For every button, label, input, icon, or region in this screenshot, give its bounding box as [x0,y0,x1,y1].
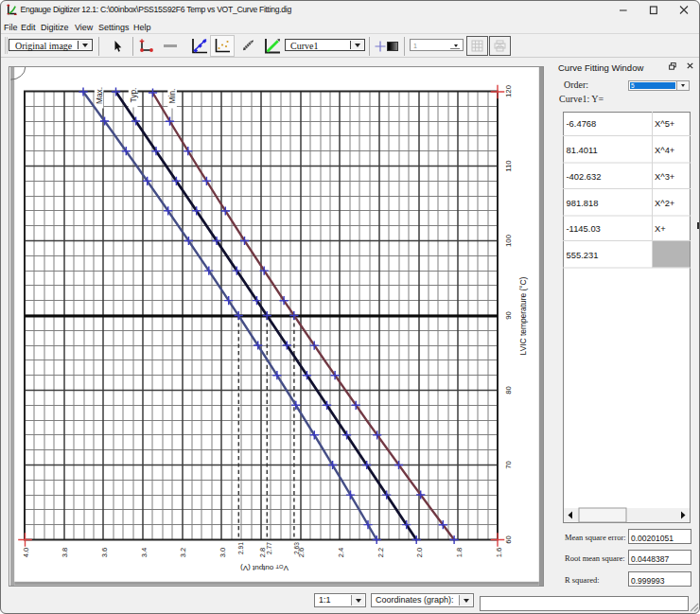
svg-text:81.4011: 81.4011 [567,145,598,155]
svg-text:X^4+: X^4+ [655,145,675,155]
svg-text:-6.4768: -6.4768 [567,118,597,129]
svg-text:70: 70 [504,461,513,469]
svg-text:4.0: 4.0 [21,548,29,558]
svg-text:2.0: 2.0 [415,548,424,558]
svg-text:Typ.: Typ. [128,88,137,103]
svg-text:60: 60 [504,535,513,544]
svg-text:555.231: 555.231 [567,250,599,260]
svg-text:100: 100 [504,234,513,247]
svg-text:-1145.03: -1145.03 [567,223,601,234]
svg-text:80: 80 [504,386,513,395]
svg-text:X^3+: X^3+ [655,171,675,182]
svg-text:X^2+: X^2+ [655,198,675,208]
svg-text:LVIC temperature (°C): LVIC temperature (°C) [518,276,528,355]
svg-text:Min.: Min. [167,89,177,104]
svg-text:3.6: 3.6 [100,548,109,558]
svg-text:2.77: 2.77 [266,542,272,554]
svg-text:-402.632: -402.632 [567,171,602,182]
svg-text:981.818: 981.818 [567,198,599,208]
svg-text:90: 90 [504,311,513,320]
svg-text:X+: X+ [655,223,666,234]
svg-text:3.4: 3.4 [139,548,148,558]
svg-text:2.91: 2.91 [236,542,243,554]
svg-text:3.8: 3.8 [61,548,69,558]
svg-text:2.63: 2.63 [292,542,299,554]
svg-text:Max.: Max. [94,87,103,104]
svg-text:3.0: 3.0 [219,548,227,558]
svg-text:2.2: 2.2 [376,548,384,558]
svg-text:110: 110 [504,160,513,172]
svg-text:X^5+: X^5+ [655,118,675,129]
svg-text:3.2: 3.2 [179,548,187,558]
svg-text:120: 120 [504,84,513,97]
svg-text:2.4: 2.4 [337,548,345,558]
svg-text:1.8: 1.8 [455,548,464,558]
svg-text:1.6: 1.6 [494,548,502,558]
